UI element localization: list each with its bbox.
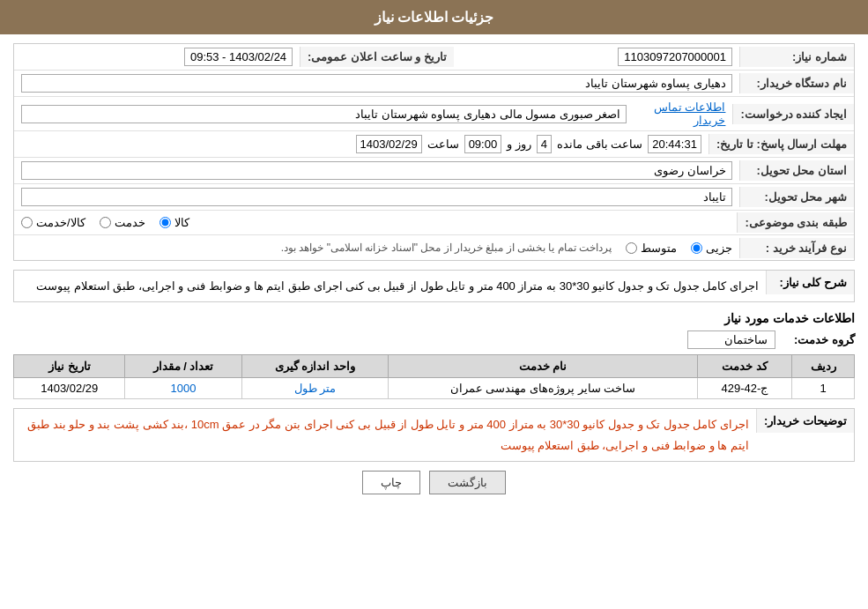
group-row: گروه خدمت: ساختمان: [13, 330, 855, 349]
farayand-label: نوع فرآیند خرید :: [739, 238, 854, 258]
table-header-row: ردیفکد خدمتنام خدمتواحد اندازه گیریتعداد…: [14, 355, 855, 378]
shomara-box: 1103097207000001: [618, 48, 732, 66]
row-tabaghe: طبقه بندی موضوعی: کالا/خدمت خدمت کالا: [14, 211, 854, 235]
saat-label: ساعت: [427, 137, 459, 151]
table-header-cell: کد خدمت: [697, 355, 792, 378]
row-shomara: شماره نیاز: 1103097207000001 تاریخ و ساع…: [14, 44, 854, 71]
contact-link[interactable]: اطلاعات تماس خریدار: [634, 100, 725, 127]
page-container: جزئیات اطلاعات نیاز شماره نیاز: 11030972…: [0, 0, 868, 609]
services-title: اطلاعات خدمات مورد نیاز: [13, 311, 855, 325]
ijad-value: اطلاعات تماس خریدار اصغر صبوری مسول مالی…: [14, 97, 732, 130]
mohlat-label: مهلت ارسال پاسخ: تا تاریخ:: [708, 134, 854, 154]
button-row: بازگشت چاپ: [13, 471, 855, 508]
tarikh-value: 1403/02/24 - 09:53: [14, 44, 300, 70]
row-farayand: نوع فرآیند خرید : متوسط جزیی: [14, 235, 854, 260]
row-ostan: استان محل تحویل: خراسان رضوی: [14, 158, 854, 184]
table-cell: ساخت سایر پروژه‌های مهندسی عمران: [389, 378, 697, 399]
table-header-cell: نام خدمت: [389, 355, 697, 378]
radio-description: پرداخت تمام یا بخشی از مبلغ خریدار از مح…: [281, 241, 612, 254]
ostan-value: خراسان رضوی: [14, 158, 739, 183]
back-button[interactable]: بازگشت: [429, 471, 506, 494]
radio-khedmat[interactable]: [100, 217, 111, 228]
row-shahr: شهر محل تحویل: تایباد: [14, 184, 854, 211]
table-cell: 1000: [125, 378, 241, 399]
tozihat-value: اجرای کامل جدول تک و جدول کانیو 30*30 به…: [14, 409, 756, 461]
saat-value: 09:00: [464, 135, 502, 153]
tabaghe-value: کالا/خدمت خدمت کالا: [14, 212, 737, 233]
table-header-cell: تاریخ نیاز: [14, 355, 125, 378]
service-table: ردیفکد خدمتنام خدمتواحد اندازه گیریتعداد…: [13, 354, 855, 399]
tarikh-box: 1403/02/24 - 09:53: [184, 48, 293, 66]
process-type-row: متوسط جزیی پرداخت تمام یا بخشی از مبلغ خ…: [21, 241, 732, 255]
row-ijad: ایجاد کننده درخواست: اطلاعات تماس خریدار…: [14, 97, 854, 131]
radio-jozi[interactable]: [691, 242, 702, 254]
shahr-value: تایباد: [14, 184, 739, 210]
ijad-box: اصغر صبوری مسول مالی دهیاری پساوه شهرستا…: [21, 105, 627, 123]
radio-jozi-text: جزیی: [706, 241, 732, 255]
radio-motavasset-label[interactable]: متوسط: [626, 241, 677, 255]
mohlat-datetime: 20:44:31 ساعت باقی مانده 4 روز و 09:00 س…: [21, 135, 701, 153]
dastgah-box: دهیاری پساوه شهرستان تایباد: [21, 74, 732, 93]
shahr-box: تایباد: [21, 188, 732, 206]
table-cell: متر طول: [241, 378, 389, 399]
row-mohlat: مهلت ارسال پاسخ: تا تاریخ: 20:44:31 ساعت…: [14, 131, 854, 158]
table-cell: 1403/02/29: [14, 378, 125, 399]
group-value: ساختمان: [687, 330, 775, 349]
tozihat-label: توضیحات خریدار:: [756, 409, 854, 433]
note-row: توضیحات خریدار: اجرای کامل جدول تک و جدو…: [13, 408, 855, 462]
sharh-label: شرح کلی نیاز:: [766, 271, 854, 294]
content-area: شماره نیاز: 1103097207000001 تاریخ و ساع…: [0, 34, 868, 516]
radio-kala-khedmat-text: کالا/خدمت: [36, 216, 85, 229]
tabaghe-label: طبقه بندی موضوعی:: [737, 212, 854, 233]
farayand-value: متوسط جزیی پرداخت تمام یا بخشی از مبلغ خ…: [14, 238, 739, 258]
radio-khedmat-label[interactable]: خدمت: [100, 216, 145, 229]
tarikh-label: تاریخ و ساعت اعلان عمومی:: [300, 47, 454, 67]
radio-kala-khedmat[interactable]: [21, 217, 33, 228]
farayand-radio-group: متوسط جزیی: [626, 241, 732, 255]
radio-jozi-label[interactable]: جزیی: [691, 241, 732, 255]
page-header: جزئیات اطلاعات نیاز: [0, 0, 868, 34]
shahr-label: شهر محل تحویل:: [739, 187, 854, 207]
baqi-label: ساعت باقی مانده: [557, 137, 642, 151]
ostan-box: خراسان رضوی: [21, 161, 732, 180]
dastgah-label: نام دستگاه خریدار:: [739, 73, 854, 93]
tabaghe-radio-group: کالا/خدمت خدمت کالا: [21, 216, 730, 229]
rooz-value: 4: [537, 135, 552, 153]
radio-motavasset-text: متوسط: [641, 241, 677, 255]
dastgah-value: دهیاری پساوه شهرستان تایباد: [14, 71, 739, 96]
baqi-value: 20:44:31: [648, 135, 701, 153]
mohlat-date: 1403/02/29: [356, 135, 422, 153]
ijad-label: ایجاد کننده درخواست:: [732, 104, 854, 124]
table-header-cell: ردیف: [792, 355, 855, 378]
radio-kala-khedmat-label[interactable]: کالا/خدمت: [21, 216, 85, 229]
group-label: گروه خدمت:: [784, 333, 855, 346]
table-row: 1ج-42-429ساخت سایر پروژه‌های مهندسی عمرا…: [14, 378, 855, 399]
mohlat-value: 20:44:31 ساعت باقی مانده 4 روز و 09:00 س…: [14, 131, 708, 157]
sharh-value: اجرای کامل جدول تک و جدول کانیو 30*30 به…: [14, 271, 766, 301]
table-cell: ج-42-429: [697, 378, 792, 399]
radio-kala[interactable]: [160, 217, 171, 228]
table-header-cell: واحد اندازه گیری: [241, 355, 389, 378]
ostan-label: استان محل تحویل:: [739, 160, 854, 181]
table-cell: 1: [792, 378, 855, 399]
rooz-label: روز و: [507, 137, 531, 151]
info-section: شماره نیاز: 1103097207000001 تاریخ و ساع…: [13, 43, 855, 261]
radio-kala-text: کالا: [174, 216, 189, 229]
shomara-label: شماره نیاز:: [739, 47, 854, 67]
print-button[interactable]: چاپ: [362, 471, 420, 494]
radio-kala-label[interactable]: کالا: [160, 216, 189, 229]
row-dastgah: نام دستگاه خریدار: دهیاری پساوه شهرستان …: [14, 71, 854, 97]
page-title: جزئیات اطلاعات نیاز: [375, 10, 494, 25]
shomara-value: 1103097207000001: [454, 44, 739, 70]
radio-motavasset[interactable]: [626, 242, 637, 254]
radio-khedmat-text: خدمت: [115, 216, 145, 229]
table-header-cell: تعداد / مقدار: [125, 355, 241, 378]
sharh-section: شرح کلی نیاز: اجرای کامل جدول تک و جدول …: [13, 270, 855, 302]
